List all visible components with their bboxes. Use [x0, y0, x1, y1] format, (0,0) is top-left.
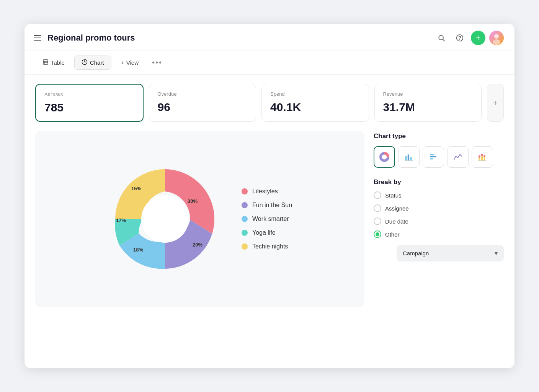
radio-label-other: Other [385, 231, 400, 238]
svg-rect-29 [481, 156, 483, 161]
legend-dot-techie [242, 243, 248, 250]
tab-table[interactable]: Table [35, 56, 72, 70]
chart-legend: Lifestyles Fun in the Sun Work smarter Y… [242, 188, 292, 250]
chart-type-line-btn[interactable] [447, 146, 469, 168]
content-area: All tasks 785 Overdue 96 Spend 40.1K Rev… [24, 75, 514, 368]
radio-label-due-date: Due date [385, 218, 408, 225]
metric-label-spend: Spend [270, 91, 360, 97]
legend-label-work: Work smarter [252, 216, 289, 222]
tab-view-label: View [126, 59, 139, 66]
metric-add-button[interactable]: + [487, 84, 504, 122]
menu-icon[interactable] [32, 34, 43, 42]
svg-rect-24 [430, 156, 436, 157]
chart-container: 30% 20% 18% 17% 15% Lifes [35, 131, 364, 307]
svg-rect-30 [481, 154, 483, 156]
campaign-dropdown-wrap: Campaign ▾ [374, 245, 504, 261]
more-tabs-button[interactable]: ••• [148, 56, 166, 69]
metric-value-revenue: 31.7M [383, 101, 473, 114]
search-button[interactable] [434, 31, 449, 45]
help-button[interactable] [452, 31, 467, 45]
radio-label-assignee: Assignee [385, 205, 409, 212]
legend-label-yoga: Yoga life [252, 229, 276, 236]
svg-rect-28 [479, 155, 480, 158]
chart-type-title: Chart type [374, 132, 504, 140]
metric-value-overdue: 96 [158, 101, 248, 114]
legend-item-yoga: Yoga life [242, 229, 292, 236]
plus-circle-icon: + [121, 60, 124, 66]
radio-status[interactable]: Status [374, 191, 504, 199]
main-area: 30% 20% 18% 17% 15% Lifes [35, 131, 504, 307]
svg-rect-19 [405, 156, 407, 161]
metric-label-revenue: Revenue [383, 91, 473, 97]
chart-type-bar-btn[interactable] [398, 146, 420, 168]
legend-item-work: Work smarter [242, 216, 292, 222]
svg-rect-25 [430, 158, 433, 159]
radio-due-date[interactable]: Due date [374, 217, 504, 225]
header: Regional promo tours + [24, 24, 514, 51]
campaign-dropdown[interactable]: Campaign ▾ [397, 245, 504, 261]
metric-label-overdue: Overdue [158, 91, 248, 97]
svg-text:30%: 30% [188, 198, 198, 204]
chart-type-hbar-btn[interactable] [423, 146, 444, 168]
tab-chart-label: Chart [90, 59, 104, 66]
svg-rect-23 [430, 154, 434, 155]
legend-label-techie: Techie nights [252, 243, 288, 250]
metrics-row: All tasks 785 Overdue 96 Spend 40.1K Rev… [35, 84, 504, 122]
page-title: Regional promo tours [47, 33, 135, 43]
chart-type-stacked-btn[interactable] [472, 146, 493, 168]
legend-label-fun: Fun in the Sun [252, 202, 292, 209]
svg-rect-32 [483, 155, 485, 157]
campaign-dropdown-label: Campaign [403, 250, 429, 256]
legend-dot-work [242, 216, 248, 222]
metric-label-all-tasks: All tasks [44, 91, 134, 97]
chart-pie-icon [82, 59, 88, 66]
metric-card-spend[interactable]: Spend 40.1K [261, 84, 369, 122]
radio-circle-status [374, 191, 381, 199]
metric-card-all-tasks[interactable]: All tasks 785 [35, 84, 144, 122]
chevron-down-icon: ▾ [495, 250, 498, 257]
tab-chart[interactable]: Chart [74, 56, 111, 70]
metric-card-revenue[interactable]: Revenue 31.7M [374, 84, 482, 122]
svg-rect-20 [408, 155, 409, 161]
radio-label-status: Status [385, 192, 402, 199]
legend-label-lifestyles: Lifestyles [252, 188, 278, 195]
svg-point-11 [141, 195, 189, 243]
tab-view[interactable]: + View [114, 56, 146, 69]
svg-text:20%: 20% [193, 242, 203, 248]
radio-circle-assignee [374, 204, 381, 212]
legend-dot-yoga [242, 230, 248, 236]
svg-rect-7 [43, 60, 48, 64]
add-button[interactable]: + [471, 31, 485, 45]
legend-item-lifestyles: Lifestyles [242, 188, 292, 195]
svg-point-18 [383, 155, 386, 159]
svg-point-5 [494, 34, 499, 39]
legend-dot-lifestyles [242, 188, 248, 194]
legend-item-techie: Techie nights [242, 243, 292, 250]
metric-card-overdue[interactable]: Overdue 96 [149, 84, 256, 122]
svg-line-1 [443, 39, 445, 41]
tab-table-label: Table [51, 59, 65, 66]
chart-type-buttons [374, 146, 504, 168]
svg-rect-27 [479, 158, 480, 161]
metric-value-spend: 40.1K [270, 101, 360, 114]
radio-circle-other [374, 230, 381, 238]
header-right: + [434, 31, 504, 45]
radio-assignee[interactable]: Assignee [374, 204, 504, 212]
chart-type-donut-btn[interactable] [374, 146, 395, 168]
svg-text:18%: 18% [133, 247, 143, 253]
right-panel: Chart type [374, 131, 504, 307]
avatar[interactable] [489, 31, 504, 45]
svg-text:15%: 15% [131, 186, 141, 191]
legend-dot-fun [242, 202, 248, 208]
legend-item-fun: Fun in the Sun [242, 202, 292, 209]
svg-rect-21 [410, 157, 412, 161]
table-icon [42, 59, 49, 66]
break-by-options: Status Assignee Due date Other [374, 191, 504, 238]
header-left: Regional promo tours [32, 33, 135, 43]
radio-other[interactable]: Other [374, 230, 504, 238]
radio-circle-due-date [374, 217, 381, 225]
donut-chart: 30% 20% 18% 17% 15% [108, 162, 222, 276]
break-by-title: Break by [374, 178, 504, 186]
tabs-bar: Table Chart + View ••• [24, 51, 514, 75]
svg-text:17%: 17% [116, 217, 126, 223]
